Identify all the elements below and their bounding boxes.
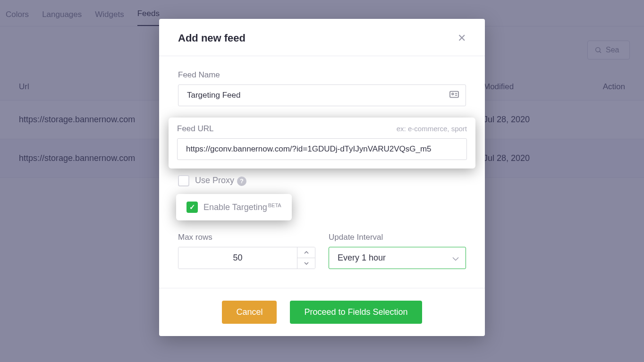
svg-rect-2: [450, 92, 458, 98]
stepper-down-icon[interactable]: [297, 258, 315, 269]
use-proxy-label: Use Proxy ?: [195, 176, 246, 186]
id-card-icon: [449, 90, 459, 101]
modal-title: Add new feed: [178, 32, 246, 44]
close-icon[interactable]: ✕: [458, 33, 466, 43]
stepper-up-icon[interactable]: [297, 247, 315, 258]
feed-name-group: Feed Name: [178, 70, 466, 106]
feed-url-input[interactable]: [177, 138, 467, 160]
feed-url-callout: Feed URL ex: e-commerce, sport: [169, 118, 475, 168]
update-interval-group: Update Interval Every 1 hour: [329, 233, 466, 269]
max-rows-input[interactable]: [178, 247, 297, 269]
max-rows-label: Max rows: [178, 233, 315, 242]
settings-row: Max rows Update I: [178, 233, 466, 269]
feed-name-input[interactable]: [178, 84, 466, 106]
add-feed-modal: Add new feed ✕ Feed Name Feed URL ex: e: [159, 19, 485, 336]
update-interval-label: Update Interval: [329, 233, 466, 242]
chevron-down-icon: [452, 253, 459, 263]
help-icon[interactable]: ?: [237, 177, 246, 186]
update-interval-value: Every 1 hour: [338, 253, 386, 262]
use-proxy-checkbox[interactable]: [178, 175, 189, 186]
update-interval-select[interactable]: Every 1 hour: [329, 247, 466, 269]
feed-name-label: Feed Name: [178, 70, 220, 80]
modal-body: Feed Name Feed URL ex: e-commerce, sport: [159, 56, 485, 288]
beta-badge: BETA: [268, 202, 281, 208]
modal-header: Add new feed ✕: [159, 19, 485, 56]
enable-targeting-checkbox[interactable]: [186, 202, 198, 213]
max-rows-stepper: [178, 247, 315, 269]
max-rows-group: Max rows: [178, 233, 315, 269]
svg-point-3: [452, 93, 454, 95]
modal-overlay: Add new feed ✕ Feed Name Feed URL ex: e: [0, 0, 644, 362]
feed-url-hint: ex: e-commerce, sport: [397, 125, 467, 133]
feed-url-label: Feed URL: [177, 124, 213, 134]
enable-targeting-label: Enable TargetingBETA: [203, 202, 281, 212]
modal-footer: Cancel Proceed to Fields Selection: [159, 288, 485, 336]
cancel-button[interactable]: Cancel: [222, 301, 277, 324]
use-proxy-row: Use Proxy ?: [178, 175, 466, 186]
proceed-button[interactable]: Proceed to Fields Selection: [290, 301, 422, 324]
enable-targeting-callout: Enable TargetingBETA: [176, 194, 292, 220]
